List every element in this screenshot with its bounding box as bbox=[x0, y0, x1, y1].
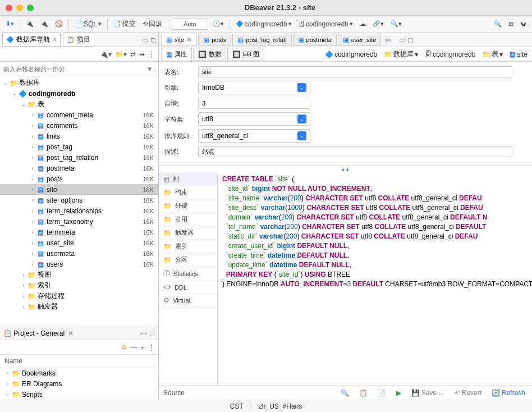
tree-node[interactable]: ›▦postmeta16K bbox=[0, 163, 158, 173]
new-conn-icon[interactable]: 🔌▾ bbox=[100, 51, 112, 58]
outline-item[interactable]: 📁触发器 bbox=[159, 226, 217, 240]
plus-icon[interactable]: + bbox=[141, 344, 145, 351]
db-selector-2[interactable]: 🗄codingmoredb ▾ bbox=[296, 19, 355, 29]
auto-input[interactable] bbox=[198, 98, 310, 109]
tree-node[interactable]: ›▦term_taxonomy16K bbox=[0, 216, 158, 227]
tree-node[interactable]: ›▦users16K bbox=[0, 259, 158, 269]
connect-icon[interactable]: ⬇▾ bbox=[3, 19, 16, 29]
arrow-icon[interactable]: ➡ bbox=[139, 51, 145, 58]
filter-icon[interactable]: ▼. bbox=[146, 65, 155, 73]
splitter-handle[interactable]: ▴ ▴ bbox=[159, 166, 532, 172]
bc-conn[interactable]: 🔷codingmoredb bbox=[323, 49, 379, 59]
cloud-icon[interactable]: ☁ bbox=[357, 19, 368, 29]
plug-connect-icon[interactable]: 🔌 bbox=[24, 19, 36, 29]
tree-node[interactable]: ›▦post_tag16K bbox=[0, 141, 158, 152]
bc-databases[interactable]: 📁数据库 ▾ bbox=[382, 48, 420, 60]
commit-button[interactable]: 📑提交 bbox=[111, 18, 138, 30]
max-dot[interactable] bbox=[27, 4, 34, 11]
outline-item[interactable]: <>DDL bbox=[159, 281, 217, 294]
name-input[interactable] bbox=[198, 66, 512, 77]
tree-node[interactable]: ›▦site_options16K bbox=[0, 195, 158, 205]
search-icon[interactable]: 🔍 bbox=[492, 19, 504, 29]
tree-node[interactable]: ›📁触发器 bbox=[0, 301, 158, 312]
scripts-item[interactable]: ›📁Scripts bbox=[0, 389, 158, 400]
bookmarks-item[interactable]: ›📁Bookmarks bbox=[0, 368, 158, 378]
outline-item[interactable]: 📁分区 bbox=[159, 253, 217, 267]
desc-input[interactable] bbox=[198, 146, 512, 157]
editor-tab[interactable]: ▦posts bbox=[198, 34, 231, 46]
outline-item[interactable]: 📁约束 bbox=[159, 186, 217, 199]
run-btn[interactable]: ▶ bbox=[394, 388, 403, 398]
tree-node[interactable]: ›▦comment_meta16K bbox=[0, 109, 158, 120]
outline-item[interactable]: ⓘStatistics bbox=[159, 267, 217, 281]
sub-tab[interactable]: 🔲ER 图 bbox=[227, 48, 264, 61]
outline-item[interactable]: 📁索引 bbox=[159, 240, 217, 253]
folder-icon[interactable]: 📁▾ bbox=[115, 51, 127, 58]
revert-btn[interactable]: ↶Revert bbox=[452, 388, 484, 398]
outline-item[interactable]: ⚙Virtual bbox=[159, 294, 217, 307]
more-tabs[interactable]: »₅ bbox=[384, 36, 391, 44]
tree-node[interactable]: ⌄📁表 bbox=[0, 99, 158, 109]
save-btn[interactable]: 💾Save ... bbox=[409, 388, 447, 398]
filter-input[interactable] bbox=[3, 66, 146, 72]
close-icon[interactable]: ✕ bbox=[68, 329, 74, 337]
bc-tables[interactable]: 📁表 ▾ bbox=[480, 48, 505, 60]
copy-btn[interactable]: 📋 bbox=[357, 388, 370, 398]
rollback-button[interactable]: ⟲回滚 bbox=[140, 18, 164, 30]
bc-db[interactable]: 🗄codingmoredb bbox=[423, 49, 478, 59]
editor-tab[interactable]: ▦user_site bbox=[338, 34, 382, 46]
menu-icon[interactable]: ⋮ bbox=[148, 344, 155, 351]
editor-tab[interactable]: ▦site ✕ bbox=[161, 34, 197, 46]
minimize-icon[interactable]: ▭ bbox=[142, 36, 148, 44]
avatar-icon[interactable]: 🐿 bbox=[518, 20, 529, 29]
tree-node[interactable]: ›📁索引 bbox=[0, 280, 158, 291]
outline-item[interactable]: ▦列 bbox=[159, 172, 217, 186]
er-diagrams-item[interactable]: ›📁ER Diagrams bbox=[0, 378, 158, 389]
gear-icon[interactable]: ⚙ bbox=[121, 344, 127, 351]
tree-node[interactable]: ›▦termmeta16K bbox=[0, 227, 158, 237]
plug-disconnect-icon[interactable]: 🔌 bbox=[38, 19, 51, 29]
tree-node[interactable]: ›▦links16K bbox=[0, 131, 158, 141]
sub-tab[interactable]: ▦属性 bbox=[161, 48, 192, 61]
sql-view[interactable]: CREATE TABLE `site` ( `site_id` bigint N… bbox=[218, 172, 532, 385]
tree-node[interactable]: ›▦term_relationships16K bbox=[0, 205, 158, 216]
tab-db-nav[interactable]: 🔷数据库导航✕ bbox=[2, 33, 61, 47]
sql-button[interactable]: 📄SQL ▾ bbox=[72, 19, 104, 29]
equals-icon[interactable]: ⇄ bbox=[130, 51, 136, 58]
tree-node[interactable]: ›▦comments16K bbox=[0, 120, 158, 131]
outline-item[interactable]: 📁引用 bbox=[159, 213, 217, 226]
tree-node[interactable]: ›▦posts16K bbox=[0, 173, 158, 184]
stop-icon[interactable]: 🚫 bbox=[53, 19, 65, 29]
maximize-icon[interactable]: ◻ bbox=[150, 36, 156, 44]
db-selector-1[interactable]: 🔷codingmoredb ▾ bbox=[233, 19, 294, 29]
engine-select[interactable]: InnoDB⌄ bbox=[198, 81, 310, 94]
tree-node[interactable]: ⌄🔷codingmoredb bbox=[0, 88, 158, 99]
tree-node[interactable]: ›▦usermeta16K bbox=[0, 248, 158, 259]
link-icon[interactable]: 🔗▾ bbox=[370, 19, 386, 29]
paste-btn[interactable]: 📄 bbox=[375, 388, 388, 398]
tree-node[interactable]: ›▦site16K bbox=[0, 184, 158, 195]
tab-project[interactable]: 📋项目 bbox=[63, 33, 94, 47]
tree-node[interactable]: ›📁存储过程 bbox=[0, 291, 158, 301]
tree-node[interactable]: ›▦user_site16K bbox=[0, 237, 158, 248]
tree-node[interactable]: ›▦post_tag_relation16K bbox=[0, 152, 158, 163]
collate-select[interactable]: utf8_general_ci⌄ bbox=[198, 129, 310, 143]
min-dot[interactable] bbox=[16, 4, 23, 11]
minus-icon[interactable]: — bbox=[131, 344, 137, 351]
search-btn[interactable]: 🔍 bbox=[338, 388, 351, 398]
close-icon[interactable]: ✕ bbox=[52, 36, 57, 43]
bc-table[interactable]: ▦site bbox=[507, 49, 530, 59]
refresh-btn[interactable]: 🔄Refresh bbox=[489, 388, 528, 398]
project-title[interactable]: 📋 Project - General bbox=[3, 329, 65, 337]
close-dot[interactable] bbox=[6, 4, 12, 11]
history-icon[interactable]: 🕐▾ bbox=[210, 19, 226, 29]
tree-node[interactable]: ›📁视图 bbox=[0, 269, 158, 280]
menu-icon[interactable]: ⋮ bbox=[148, 51, 155, 58]
editor-tab[interactable]: ▦post_tag_relati bbox=[232, 34, 291, 46]
auto-combo[interactable]: Auto bbox=[172, 19, 208, 30]
search-tool-icon[interactable]: 🔍▾ bbox=[388, 19, 404, 29]
perspective-icon[interactable]: ⊞ bbox=[506, 19, 516, 29]
tree-node[interactable]: ⌄📁数据库 bbox=[0, 77, 158, 88]
editor-tab[interactable]: ▦postmeta bbox=[293, 34, 337, 46]
outline-item[interactable]: 📁外键 bbox=[159, 199, 217, 213]
